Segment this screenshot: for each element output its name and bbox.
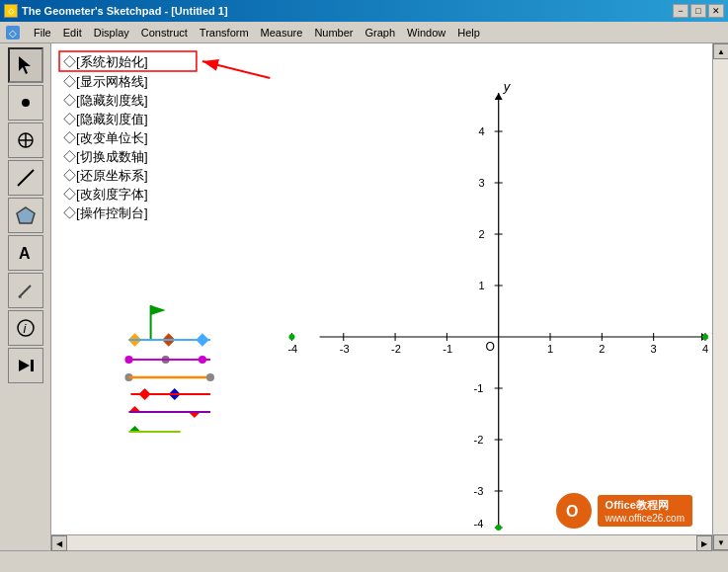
- select-tool[interactable]: [8, 47, 43, 83]
- svg-text:◇[改刻度字体]: ◇[改刻度字体]: [63, 187, 147, 202]
- watermark-icon: O: [556, 493, 592, 529]
- svg-text:◇[隐藏刻度线]: ◇[隐藏刻度线]: [63, 93, 147, 108]
- svg-point-84: [206, 373, 214, 381]
- svg-line-10: [19, 286, 31, 297]
- coordinate-system: x y O -4 -3 -2 -1: [51, 43, 712, 534]
- svg-text:-2: -2: [474, 434, 484, 446]
- title-bar: ◇ The Geometer's Sketchpad - [Untitled 1…: [0, 0, 728, 22]
- svg-text:i: i: [23, 321, 27, 336]
- close-button[interactable]: ✕: [708, 4, 724, 18]
- svg-text:-3: -3: [340, 343, 350, 355]
- svg-text:◇[隐藏刻度值]: ◇[隐藏刻度值]: [63, 112, 147, 126]
- scroll-left-button[interactable]: ◀: [51, 535, 67, 551]
- window-title: The Geometer's Sketchpad - [Untitled 1]: [22, 5, 228, 17]
- compass-tool[interactable]: [8, 123, 43, 158]
- watermark-text: Office教程网 www.office26.com: [598, 495, 692, 527]
- text-tool[interactable]: A: [8, 235, 43, 271]
- svg-text:◇[系统初始化]: ◇[系统初始化]: [63, 54, 147, 69]
- svg-rect-17: [51, 43, 712, 534]
- svg-text:3: 3: [479, 177, 485, 189]
- svg-text:-1: -1: [474, 382, 484, 394]
- svg-text:3: 3: [651, 343, 657, 355]
- horizontal-scroll-track[interactable]: [67, 535, 696, 550]
- svg-rect-16: [31, 360, 34, 371]
- svg-text:◇[改变单位长]: ◇[改变单位长]: [63, 130, 147, 145]
- menu-construct[interactable]: Construct: [135, 25, 194, 41]
- line-tool[interactable]: [8, 160, 43, 196]
- menu-edit[interactable]: Edit: [57, 25, 88, 41]
- svg-text:1: 1: [547, 343, 553, 355]
- svg-text:◇[还原坐标系]: ◇[还原坐标系]: [63, 168, 147, 183]
- svg-line-7: [18, 170, 34, 186]
- minimize-button[interactable]: −: [673, 4, 688, 18]
- info-tool[interactable]: i: [8, 310, 43, 346]
- canvas-area[interactable]: x y O -4 -3 -2 -1: [51, 43, 712, 534]
- marker-tool[interactable]: [8, 273, 43, 308]
- svg-text:2: 2: [479, 228, 485, 240]
- status-bar: [0, 550, 728, 572]
- menu-file[interactable]: File: [28, 25, 57, 41]
- watermark: O Office教程网 www.office26.com: [556, 493, 692, 529]
- menu-bar: ◇ File Edit Display Construct Transform …: [0, 22, 728, 43]
- svg-text:O: O: [486, 340, 495, 354]
- app-icon: ◇: [4, 4, 18, 18]
- svg-text:-3: -3: [474, 485, 484, 497]
- svg-point-3: [22, 99, 30, 107]
- svg-point-58: [702, 334, 708, 340]
- svg-text:4: 4: [702, 343, 708, 355]
- svg-point-57: [288, 334, 294, 340]
- polygon-tool[interactable]: [8, 198, 43, 233]
- vertical-scroll-track[interactable]: [713, 59, 728, 534]
- svg-text:O: O: [566, 503, 578, 520]
- svg-point-59: [496, 525, 502, 531]
- svg-text:x: x: [711, 322, 712, 337]
- horizontal-scrollbar[interactable]: ◀ ▶: [51, 534, 712, 550]
- maximize-button[interactable]: □: [690, 4, 706, 18]
- point-tool[interactable]: [8, 85, 43, 121]
- svg-text:1: 1: [479, 280, 485, 291]
- svg-text:◇[切换成数轴]: ◇[切换成数轴]: [63, 149, 147, 164]
- watermark-site: Office教程网: [606, 498, 685, 513]
- svg-text:-4: -4: [287, 343, 297, 355]
- svg-text:-4: -4: [474, 518, 484, 530]
- scroll-right-button[interactable]: ▶: [696, 535, 712, 551]
- svg-marker-8: [17, 207, 35, 223]
- vertical-scrollbar[interactable]: ▲ ▼: [712, 43, 728, 550]
- svg-text:◇[操作控制台]: ◇[操作控制台]: [63, 205, 147, 220]
- toolbar: A i: [0, 43, 51, 550]
- menu-app-icon: ◇: [2, 23, 24, 42]
- svg-text:4: 4: [479, 125, 485, 137]
- menu-display[interactable]: Display: [88, 25, 135, 41]
- svg-marker-15: [19, 360, 30, 371]
- svg-text:-2: -2: [391, 343, 401, 355]
- title-bar-left: ◇ The Geometer's Sketchpad - [Untitled 1…: [4, 4, 228, 18]
- svg-text:-1: -1: [443, 343, 452, 355]
- menu-window[interactable]: Window: [401, 25, 451, 41]
- menu-measure[interactable]: Measure: [255, 25, 309, 41]
- menu-number[interactable]: Number: [308, 25, 359, 41]
- svg-text:A: A: [19, 245, 31, 262]
- watermark-url: www.office26.com: [606, 513, 685, 524]
- scroll-up-button[interactable]: ▲: [713, 43, 728, 59]
- menu-graph[interactable]: Graph: [360, 25, 402, 41]
- svg-text:◇: ◇: [9, 28, 17, 39]
- svg-marker-2: [19, 56, 31, 74]
- scroll-down-button[interactable]: ▼: [713, 534, 728, 550]
- title-bar-controls[interactable]: − □ ✕: [673, 4, 724, 18]
- svg-text:2: 2: [599, 343, 605, 355]
- svg-text:◇[显示网格线]: ◇[显示网格线]: [63, 74, 147, 89]
- menu-transform[interactable]: Transform: [194, 25, 255, 41]
- menu-help[interactable]: Help: [451, 25, 486, 41]
- play-tool[interactable]: [8, 348, 43, 383]
